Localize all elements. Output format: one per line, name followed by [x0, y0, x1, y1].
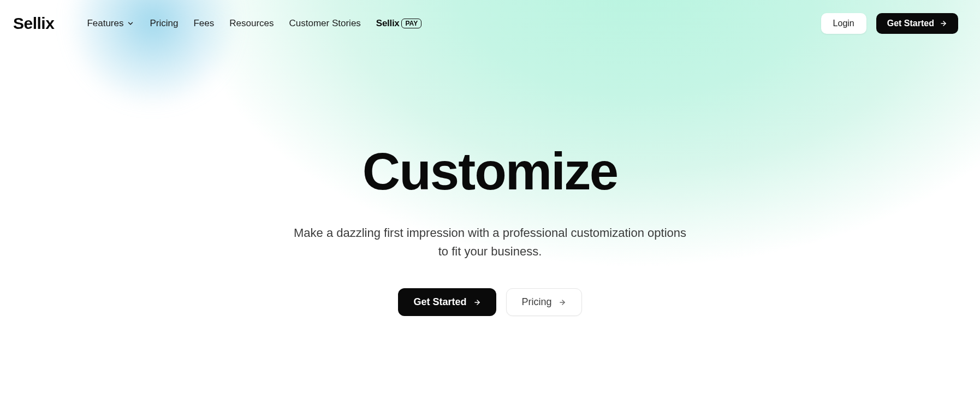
nav-right: Login Get Started: [821, 13, 958, 34]
sellix-pay-text: Sellix: [376, 18, 400, 29]
hero-section: Customize Make a dazzling first impressi…: [0, 145, 980, 316]
nav-resources[interactable]: Resources: [229, 18, 274, 29]
hero-pricing-button[interactable]: Pricing: [506, 288, 582, 316]
nav-features[interactable]: Features: [87, 18, 134, 29]
login-button[interactable]: Login: [821, 13, 866, 34]
top-navigation: Sellix Features Pricing Fees Resources C…: [0, 0, 980, 47]
hero-get-started-label: Get Started: [413, 296, 466, 308]
arrow-right-icon: [940, 20, 947, 27]
nav-features-label: Features: [87, 18, 123, 29]
nav-links: Features Pricing Fees Resources Customer…: [87, 18, 421, 29]
arrow-right-icon: [559, 299, 566, 306]
brand-logo[interactable]: Sellix: [13, 14, 54, 33]
hero-subtitle: Make a dazzling first impression with a …: [294, 224, 687, 261]
chevron-down-icon: [127, 20, 134, 27]
get-started-button[interactable]: Get Started: [876, 13, 958, 34]
nav-sellix-pay[interactable]: Sellix PAY: [376, 18, 421, 29]
nav-pricing[interactable]: Pricing: [150, 18, 178, 29]
hero-actions: Get Started Pricing: [398, 288, 581, 316]
hero-pricing-label: Pricing: [522, 296, 552, 308]
hero-get-started-button[interactable]: Get Started: [398, 288, 496, 316]
nav-customer-stories[interactable]: Customer Stories: [289, 18, 361, 29]
get-started-label: Get Started: [887, 19, 934, 28]
arrow-right-icon: [473, 299, 481, 306]
hero-title: Customize: [363, 145, 617, 198]
pay-badge: PAY: [401, 19, 421, 28]
nav-fees[interactable]: Fees: [193, 18, 214, 29]
